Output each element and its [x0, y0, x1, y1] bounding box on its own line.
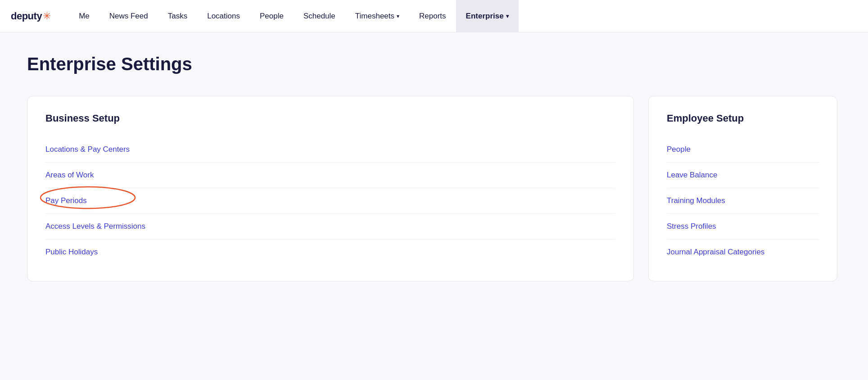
chevron-down-icon: ▾ [397, 13, 399, 19]
business-links-container: Locations & Pay CentersAreas of WorkPay … [45, 137, 615, 265]
business-link-0[interactable]: Locations & Pay Centers [45, 137, 615, 163]
settings-grid: Business Setup Locations & Pay CentersAr… [27, 96, 837, 281]
page-title: Enterprise Settings [27, 54, 841, 74]
nav-item-enterprise[interactable]: Enterprise ▾ [456, 0, 519, 32]
employee-link-1[interactable]: Leave Balance [667, 163, 819, 188]
nav-item-reports[interactable]: Reports [409, 0, 456, 32]
employee-setup-card: Employee Setup PeopleLeave BalanceTraini… [648, 96, 837, 281]
employee-link-0[interactable]: People [667, 137, 819, 163]
business-setup-heading: Business Setup [45, 113, 615, 124]
business-setup-card: Business Setup Locations & Pay CentersAr… [27, 96, 634, 281]
nav-item-people[interactable]: People [250, 0, 294, 32]
logo-text: deputy [11, 10, 42, 22]
employee-link-2[interactable]: Training Modules [667, 188, 819, 214]
employee-links-container: PeopleLeave BalanceTraining ModulesStres… [667, 137, 819, 265]
employee-link-3[interactable]: Stress Profiles [667, 214, 819, 240]
logo[interactable]: deputy✳ [11, 10, 51, 22]
pay-periods-wrapper: Pay Periods [45, 188, 615, 214]
nav-items: MeNews FeedTasksLocationsPeopleScheduleT… [69, 0, 857, 32]
business-link-2[interactable]: Pay Periods [45, 188, 615, 214]
nav-item-locations[interactable]: Locations [197, 0, 250, 32]
navbar: deputy✳ MeNews FeedTasksLocationsPeopleS… [0, 0, 868, 32]
nav-item-news-feed[interactable]: News Feed [99, 0, 158, 32]
nav-item-me[interactable]: Me [69, 0, 99, 32]
business-link-4[interactable]: Public Holidays [45, 240, 615, 265]
nav-item-schedule[interactable]: Schedule [294, 0, 345, 32]
business-link-1[interactable]: Areas of Work [45, 163, 615, 188]
employee-link-4[interactable]: Journal Appraisal Categories [667, 240, 819, 265]
main-content: Enterprise Settings Business Setup Locat… [0, 32, 868, 380]
employee-setup-heading: Employee Setup [667, 113, 819, 124]
nav-item-tasks[interactable]: Tasks [158, 0, 197, 32]
chevron-down-icon: ▾ [506, 13, 509, 19]
nav-item-timesheets[interactable]: Timesheets ▾ [345, 0, 409, 32]
logo-star: ✳ [43, 10, 51, 22]
business-link-3[interactable]: Access Levels & Permissions [45, 214, 615, 240]
